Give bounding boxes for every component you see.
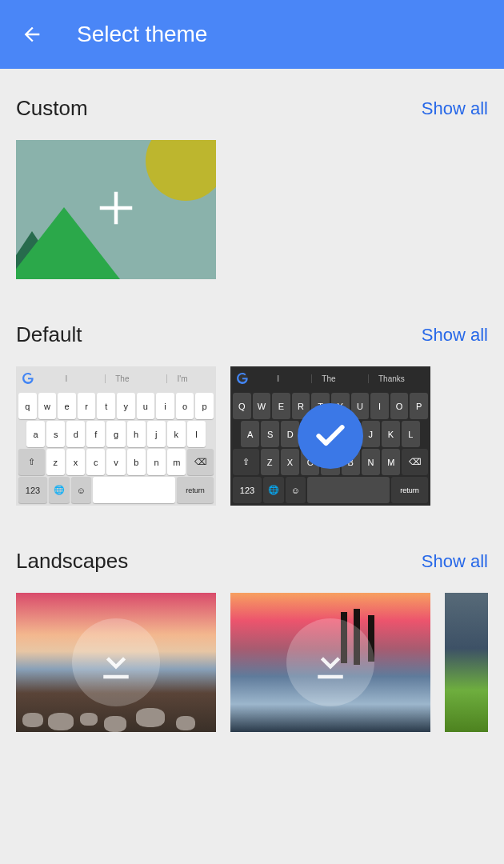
keyboard-key: 🌐 bbox=[49, 477, 70, 503]
show-all-default[interactable]: Show all bbox=[422, 325, 488, 346]
default-theme-row: I The I'm qwertyuiop asdfghjkl ⇧zxcvbnm⌫… bbox=[16, 366, 488, 506]
section-header-default: Default Show all bbox=[16, 322, 488, 347]
keyboard-key: p bbox=[195, 393, 214, 419]
arrow-left-icon bbox=[21, 23, 43, 46]
keyboard-key: h bbox=[127, 421, 146, 447]
section-title-custom: Custom bbox=[16, 96, 88, 121]
keyboard-key: P bbox=[410, 393, 428, 419]
keyboard-key: D bbox=[281, 421, 299, 447]
keyboard-key: c bbox=[86, 449, 105, 475]
keyboard-suggestion-bar: I The Thanks bbox=[230, 366, 430, 390]
keyboard-key: m bbox=[167, 449, 186, 475]
keyboard-key: J bbox=[362, 421, 380, 447]
section-title-default: Default bbox=[16, 322, 82, 347]
keyboard-key: r bbox=[78, 393, 96, 419]
section-title-landscapes: Landscapes bbox=[16, 549, 128, 574]
theme-dark-keyboard[interactable]: I The Thanks QWERTYUIOP ASDFGHJKL ⇧ZXCVB… bbox=[230, 366, 430, 506]
keyboard-key: y bbox=[117, 393, 135, 419]
keyboard-key: I bbox=[370, 393, 389, 419]
theme-landscape-green-hills[interactable] bbox=[445, 593, 488, 732]
section-default: Default Show all I The I'm qwertyuiop as… bbox=[0, 295, 504, 522]
keyboard-key: ⇧ bbox=[18, 449, 45, 475]
theme-light-keyboard[interactable]: I The I'm qwertyuiop asdfghjkl ⇧zxcvbnm⌫… bbox=[16, 366, 216, 506]
keyboard-key: u bbox=[137, 393, 155, 419]
keyboard-key: z bbox=[46, 449, 65, 475]
keyboard-key: 123 bbox=[233, 477, 262, 503]
keyboard-key: g bbox=[106, 421, 125, 447]
add-custom-theme-tile[interactable] bbox=[16, 140, 216, 279]
keyboard-key: A bbox=[241, 421, 259, 447]
keyboard-key: S bbox=[261, 421, 279, 447]
keyboard-key: f bbox=[86, 421, 105, 447]
keyboard-key: w bbox=[38, 393, 57, 419]
keyboard-key: O bbox=[390, 393, 409, 419]
custom-theme-row bbox=[16, 140, 488, 279]
suggestion-item: I bbox=[267, 374, 289, 383]
sun-icon bbox=[146, 140, 216, 201]
section-header-landscapes: Landscapes Show all bbox=[16, 549, 488, 574]
suggestion-item: I bbox=[55, 374, 77, 383]
keyboard-key: n bbox=[147, 449, 166, 475]
show-all-custom[interactable]: Show all bbox=[422, 98, 488, 119]
app-header: Select theme bbox=[0, 0, 504, 69]
keyboard-key: l bbox=[187, 421, 206, 447]
selected-check-icon bbox=[298, 403, 363, 469]
keyboard-key: s bbox=[46, 421, 65, 447]
keyboard-key: ⌫ bbox=[402, 449, 428, 475]
keyboard-key: W bbox=[253, 393, 271, 419]
keyboard-key: q bbox=[18, 393, 37, 419]
keyboard-key: ⇧ bbox=[233, 449, 259, 475]
theme-landscape-beach[interactable] bbox=[16, 593, 216, 732]
keyboard-key: M bbox=[382, 449, 400, 475]
keyboard-key: i bbox=[156, 393, 174, 419]
keyboard-key: 🌐 bbox=[263, 477, 284, 503]
keyboard-key: 123 bbox=[18, 477, 47, 503]
theme-landscape-frozen-river[interactable] bbox=[230, 593, 430, 732]
suggestion-item: Thanks bbox=[368, 374, 414, 383]
keyboard-key: return bbox=[391, 477, 428, 503]
keyboard-key: j bbox=[147, 421, 166, 447]
keyboard-key: v bbox=[106, 449, 125, 475]
show-all-landscapes[interactable]: Show all bbox=[422, 551, 488, 572]
keyboard-key: k bbox=[167, 421, 186, 447]
suggestion-item: I'm bbox=[166, 374, 197, 383]
suggestion-item: The bbox=[311, 374, 345, 383]
suggestion-list: I The I'm bbox=[42, 374, 211, 383]
google-logo-icon bbox=[21, 371, 35, 386]
keyboard-key: a bbox=[26, 421, 45, 447]
keyboard-key: return bbox=[177, 477, 214, 503]
keyboard-key: ☺ bbox=[71, 477, 92, 503]
keyboard-key: X bbox=[281, 449, 299, 475]
section-custom: Custom Show all bbox=[0, 69, 504, 295]
suggestion-item: The bbox=[105, 374, 138, 383]
keyboard-key: x bbox=[66, 449, 85, 475]
keyboard-key: ⌫ bbox=[187, 449, 214, 475]
keyboard-key bbox=[93, 477, 175, 503]
keyboard-key: E bbox=[272, 393, 290, 419]
download-icon bbox=[286, 618, 374, 706]
keyboard-key: ☺ bbox=[286, 477, 306, 503]
keyboard-key: b bbox=[127, 449, 146, 475]
keyboard-key bbox=[307, 477, 390, 503]
page-title: Select theme bbox=[77, 22, 207, 47]
back-button[interactable] bbox=[19, 22, 45, 47]
keyboard-keys: qwertyuiop asdfghjkl ⇧zxcvbnm⌫ 123🌐☺retu… bbox=[16, 390, 216, 506]
keyboard-key: o bbox=[176, 393, 194, 419]
keyboard-key: L bbox=[402, 421, 420, 447]
keyboard-key: t bbox=[97, 393, 115, 419]
google-logo-icon bbox=[235, 371, 250, 386]
section-header-custom: Custom Show all bbox=[16, 96, 488, 121]
keyboard-key: e bbox=[58, 393, 76, 419]
suggestion-list: I The Thanks bbox=[256, 374, 426, 383]
keyboard-key: Z bbox=[261, 449, 279, 475]
keyboard-key: d bbox=[66, 421, 85, 447]
section-landscapes: Landscapes Show all bbox=[0, 522, 504, 748]
plus-icon bbox=[94, 186, 138, 233]
download-icon bbox=[72, 618, 160, 706]
keyboard-key: Q bbox=[233, 393, 251, 419]
landscapes-theme-row[interactable] bbox=[16, 593, 488, 732]
keyboard-suggestion-bar: I The I'm bbox=[16, 366, 216, 390]
keyboard-key: N bbox=[362, 449, 380, 475]
keyboard-key: K bbox=[382, 421, 400, 447]
